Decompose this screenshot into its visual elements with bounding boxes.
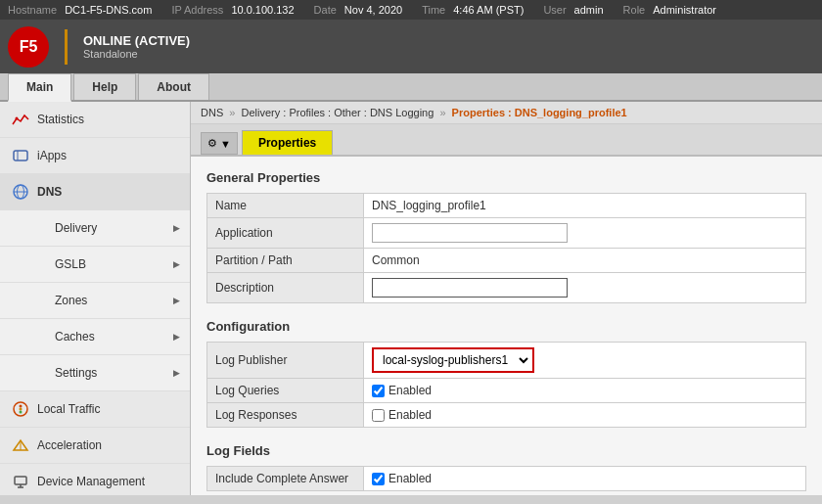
zones-icon: [27, 290, 49, 311]
application-input[interactable]: [372, 223, 568, 243]
configuration-title: Configuration: [206, 319, 806, 334]
general-properties-title: General Properties: [206, 170, 806, 185]
table-row: Application: [207, 218, 806, 249]
zones-label: Zones: [55, 294, 87, 307]
breadcrumb-sep2: »: [439, 107, 445, 118]
breadcrumb: DNS » Delivery : Profiles : Other : DNS …: [191, 102, 822, 124]
log-queries-value: Enabled: [364, 379, 806, 403]
device-management-label: Device Management: [37, 475, 145, 488]
ip-value: 10.0.100.132: [231, 4, 294, 16]
hostname-label: Hostname: [8, 4, 57, 16]
svg-point-0: [16, 117, 19, 120]
sidebar-item-gslb[interactable]: GSLB: [0, 247, 190, 283]
sidebar-item-statistics[interactable]: Statistics: [0, 102, 190, 138]
include-complete-answer-area: Enabled: [372, 472, 798, 485]
log-responses-label: Log Responses: [207, 403, 364, 428]
sidebar-item-zones[interactable]: Zones: [0, 283, 190, 319]
caches-icon: [27, 326, 49, 347]
table-row: Log Responses Enabled: [207, 403, 806, 428]
brand-bar: F5 ONLINE (ACTIVE) Standalone: [0, 20, 822, 73]
form-content: General Properties Name DNS_logging_prof…: [191, 157, 822, 495]
hostname-group: Hostname DC1-F5-DNS.com: [8, 4, 152, 16]
application-value: [364, 218, 806, 249]
sidebar-item-device-management[interactable]: Device Management: [0, 464, 190, 495]
role-value: Administrator: [653, 4, 716, 16]
main-layout: Statistics iApps DNS: [0, 102, 822, 495]
gslb-label: GSLB: [55, 257, 86, 271]
user-value: admin: [574, 4, 604, 16]
partition-label: Partition / Path: [207, 249, 364, 273]
name-text: DNS_logging_profile1: [372, 199, 486, 212]
time-value: 4:46 AM (PST): [453, 4, 524, 16]
description-label: Description: [207, 273, 364, 303]
acceleration-icon: [10, 435, 31, 456]
log-responses-value: Enabled: [364, 403, 806, 428]
settings-label: Settings: [55, 366, 97, 380]
log-queries-checkbox[interactable]: [372, 385, 385, 397]
include-complete-answer-text: Enabled: [388, 472, 432, 485]
log-publisher-label: Log Publisher: [207, 343, 364, 379]
sidebar-item-acceleration[interactable]: Acceleration: [0, 428, 190, 464]
publisher-select[interactable]: local-syslog-publishers1: [375, 350, 531, 370]
tab-area: ⚙ ▼ Properties: [191, 124, 822, 157]
brand-status: ONLINE (ACTIVE) Standalone: [83, 33, 190, 60]
sidebar: Statistics iApps DNS: [0, 102, 191, 495]
breadcrumb-current: Properties : DNS_logging_profile1: [452, 107, 627, 118]
date-value: Nov 4, 2020: [344, 4, 402, 16]
svg-point-9: [20, 411, 23, 414]
tab-help[interactable]: Help: [73, 73, 136, 100]
properties-tab[interactable]: Properties: [242, 130, 333, 155]
gear-dropdown-icon: ▼: [220, 138, 231, 150]
gear-button[interactable]: ⚙ ▼: [201, 132, 238, 155]
nav-tabs: Main Help About: [0, 73, 822, 102]
svg-rect-12: [15, 477, 26, 484]
include-complete-answer-value: Enabled: [364, 467, 806, 491]
svg-point-7: [20, 405, 23, 408]
gear-icon: ⚙: [207, 137, 217, 150]
log-responses-checkbox-area: Enabled: [372, 408, 798, 422]
sidebar-item-dns[interactable]: DNS: [0, 174, 190, 210]
log-responses-checkbox[interactable]: [372, 409, 385, 422]
sidebar-item-delivery[interactable]: Delivery: [0, 210, 190, 247]
f5-logo: F5: [8, 26, 49, 68]
ip-label: IP Address: [171, 4, 223, 16]
user-label: User: [543, 4, 566, 16]
breadcrumb-delivery: Delivery : Profiles : Other : DNS Loggin…: [241, 107, 434, 118]
time-label: Time: [422, 4, 445, 16]
breadcrumb-dns: DNS: [201, 107, 223, 118]
svg-point-8: [20, 408, 23, 411]
gslb-icon: [27, 253, 49, 275]
local-traffic-label: Local Traffic: [37, 402, 100, 416]
log-responses-text: Enabled: [388, 408, 432, 422]
log-queries-checkbox-area: Enabled: [372, 384, 798, 397]
include-complete-answer-checkbox[interactable]: [372, 473, 385, 485]
log-publisher-value: local-syslog-publishers1: [364, 343, 806, 379]
log-fields-table: Include Complete Answer Enabled: [206, 466, 806, 491]
status-mode: Standalone: [83, 48, 190, 60]
log-queries-text: Enabled: [388, 384, 432, 397]
description-input[interactable]: [372, 278, 568, 298]
content-area: DNS » Delivery : Profiles : Other : DNS …: [191, 102, 822, 495]
partition-value: Common: [364, 249, 806, 273]
top-bar: Hostname DC1-F5-DNS.com IP Address 10.0.…: [0, 0, 822, 20]
tab-about[interactable]: About: [138, 73, 209, 100]
application-label: Application: [207, 218, 364, 249]
table-row: Log Publisher local-syslog-publishers1: [207, 343, 806, 379]
tab-main[interactable]: Main: [8, 73, 71, 102]
caches-label: Caches: [55, 330, 95, 344]
role-group: Role Administrator: [623, 4, 716, 16]
sidebar-item-settings[interactable]: Settings: [0, 355, 190, 391]
sidebar-item-local-traffic[interactable]: Local Traffic: [0, 391, 190, 428]
breadcrumb-sep1: »: [229, 107, 235, 118]
delivery-icon: [27, 217, 49, 239]
status-online: ONLINE (ACTIVE): [83, 33, 190, 48]
sidebar-item-caches[interactable]: Caches: [0, 319, 190, 355]
globe-icon: [10, 181, 31, 203]
publisher-select-wrapper: local-syslog-publishers1: [372, 347, 534, 373]
general-properties-table: Name DNS_logging_profile1 Application Pa…: [206, 193, 806, 303]
partition-text: Common: [372, 253, 420, 267]
delivery-label: Delivery: [55, 221, 97, 235]
iapps-icon: [10, 145, 31, 166]
chart-icon: [10, 109, 31, 130]
sidebar-item-iapps[interactable]: iApps: [0, 138, 190, 174]
